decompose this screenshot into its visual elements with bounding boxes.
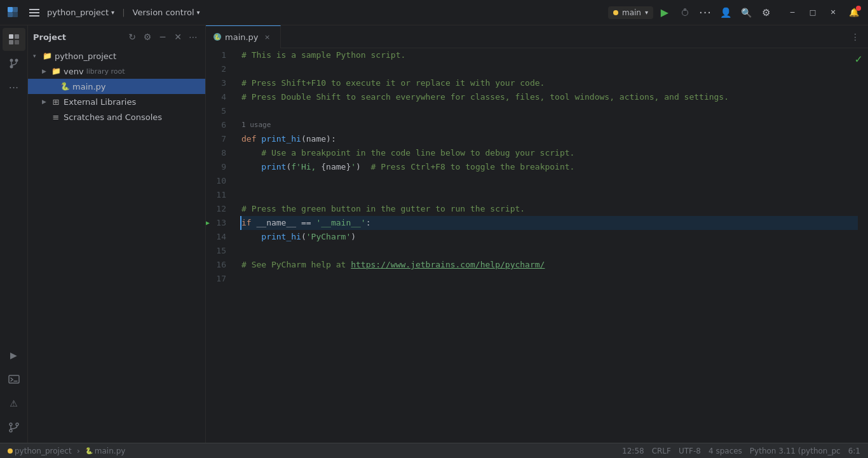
- usage-hint: 1 usage: [241, 118, 271, 132]
- status-line-col-label: 6:1: [848, 447, 860, 455]
- sync-icon[interactable]: ↻: [125, 30, 139, 44]
- code-indent-9: [241, 160, 261, 174]
- hamburger-menu[interactable]: [27, 6, 42, 19]
- user-profile-button[interactable]: 👤: [717, 4, 735, 22]
- line-num-4: 4: [206, 90, 231, 104]
- line-num-17: 17: [206, 272, 231, 286]
- status-project-item[interactable]: python_project: [5, 443, 74, 459]
- code-line-13: if __name__ == '__main__':: [240, 216, 858, 230]
- status-line-col[interactable]: 6:1: [846, 443, 863, 459]
- code-line-7: def print_hi(name):: [241, 132, 858, 146]
- status-right: 12:58 CRLF UTF-8 4 spaces Python 3.11 (p…: [620, 443, 863, 459]
- tree-arrow-root: ▾: [33, 53, 42, 59]
- version-control-btn[interactable]: Version control ▾: [133, 8, 200, 17]
- tab-python-icon: 🐍: [214, 33, 221, 41]
- app-icon[interactable]: [5, 4, 20, 20]
- svg-point-8: [10, 59, 13, 62]
- close-button[interactable]: ✕: [824, 4, 843, 22]
- activity-project-icon[interactable]: [3, 28, 25, 51]
- debug-button[interactable]: [676, 4, 694, 22]
- status-left: python_project › 🐍 main.py: [5, 443, 128, 459]
- code-line-1: # This is a sample Python script.: [241, 48, 858, 62]
- activity-terminal-icon[interactable]: [3, 368, 25, 391]
- code-comment-1: # This is a sample Python script.: [241, 48, 405, 62]
- tree-venv-item[interactable]: ▶ 📁 venv library root: [28, 64, 205, 79]
- line-num-13: ▶ 13: [206, 216, 231, 230]
- search-button[interactable]: 🔍: [737, 4, 755, 22]
- tab-main-py[interactable]: 🐍 main.py ×: [206, 25, 281, 48]
- status-time[interactable]: 12:58: [620, 443, 647, 459]
- status-encoding[interactable]: UTF-8: [676, 443, 703, 459]
- status-line-ending[interactable]: CRLF: [649, 443, 674, 459]
- maximize-button[interactable]: □: [803, 4, 822, 22]
- status-file-item[interactable]: 🐍 main.py: [83, 443, 128, 459]
- line-num-15: 15: [206, 244, 231, 258]
- code-line-17: [241, 272, 858, 286]
- line-num-9: 9: [206, 160, 231, 174]
- code-print-call: print: [261, 160, 286, 174]
- code-link[interactable]: https://www.jetbrains.com/help/pycharm/: [351, 258, 545, 272]
- run-button[interactable]: ▶: [656, 4, 674, 22]
- svg-rect-12: [9, 375, 19, 383]
- run-config-label: main: [622, 8, 641, 17]
- python-status-icon: 🐍: [85, 447, 93, 454]
- status-breadcrumb-sep: ›: [77, 446, 80, 455]
- run-config-selector[interactable]: main ▾: [608, 6, 653, 19]
- tab-more-button[interactable]: ⋮: [848, 29, 863, 44]
- window-controls: ─ □ ✕: [783, 4, 843, 22]
- tree-scratches[interactable]: ≡ Scratches and Consoles: [28, 109, 205, 125]
- libs-icon: ⊞: [51, 97, 61, 107]
- file-tree: ▾ 📁 python_project ▶ 📁 venv library root…: [28, 48, 205, 443]
- version-control-label: Version control: [133, 8, 194, 17]
- collapse-icon[interactable]: ─: [156, 30, 170, 44]
- svg-rect-0: [8, 7, 13, 12]
- more-sidebar-icon[interactable]: ⋯: [186, 30, 200, 44]
- minimize-button[interactable]: ─: [783, 4, 802, 22]
- activity-git-icon[interactable]: [3, 416, 25, 439]
- svg-point-9: [15, 59, 18, 62]
- code-eq: ==: [296, 216, 316, 230]
- tree-root-folder[interactable]: ▾ 📁 python_project: [28, 48, 205, 64]
- activity-vcs-icon[interactable]: [3, 52, 25, 75]
- notification-button[interactable]: 🔔: [845, 4, 863, 22]
- tab-actions: ⋮: [848, 29, 868, 44]
- code-line-5: [241, 104, 858, 118]
- close-sidebar-icon[interactable]: ✕: [171, 30, 185, 44]
- tab-close-button[interactable]: ×: [262, 32, 273, 42]
- status-interpreter-label: Python 3.11 (python_pc: [750, 447, 841, 455]
- gear-icon[interactable]: ⚙: [140, 30, 154, 44]
- code-editor[interactable]: # This is a sample Python script. # Pres…: [236, 48, 868, 443]
- activity-run-icon[interactable]: ▶: [3, 344, 25, 367]
- venv-label: venv: [64, 67, 84, 76]
- code-main-str: '__main__': [316, 216, 365, 230]
- status-indent[interactable]: 4 spaces: [706, 443, 745, 459]
- sidebar-actions: ↻ ⚙ ─ ✕ ⋯: [125, 30, 200, 44]
- title-bar-right: main ▾ ▶ ··· 👤 🔍 ⚙ ─ □: [608, 4, 863, 22]
- run-config-dot: [613, 10, 618, 15]
- tree-main-py[interactable]: 🐍 main.py: [28, 79, 205, 94]
- code-name-var: name: [326, 160, 346, 174]
- main-py-label: main.py: [72, 82, 106, 91]
- line-num-16: 16: [206, 258, 231, 272]
- editor-content[interactable]: 1 2 3 4 5 6 7 8 9 10 11 12 ▶ 13 14 15 16…: [206, 48, 868, 443]
- code-brace-1: {: [321, 160, 326, 174]
- line-numbers-gutter: 1 2 3 4 5 6 7 8 9 10 11 12 ▶ 13 14 15 16…: [206, 48, 236, 443]
- tree-arrow-libs: ▶: [42, 98, 51, 105]
- activity-more-icon[interactable]: ···: [3, 76, 25, 99]
- more-actions-button[interactable]: ···: [696, 4, 714, 22]
- svg-point-14: [10, 423, 12, 426]
- main-layout: ··· ▶ ⚠ Project ↻: [0, 25, 868, 443]
- status-crlf-label: CRLF: [652, 447, 671, 455]
- line-num-12: 12: [206, 202, 231, 216]
- tree-external-libs[interactable]: ▶ ⊞ External Libraries: [28, 94, 205, 109]
- tab-filename: main.py: [225, 32, 259, 42]
- project-name-btn[interactable]: python_project ▾: [47, 8, 114, 17]
- activity-problems-icon[interactable]: ⚠: [3, 392, 25, 415]
- code-dunder-name: __name__: [256, 216, 296, 230]
- line-num-2: 2: [206, 62, 231, 76]
- code-comment-8: # Use a breakpoint in the code line belo…: [241, 146, 574, 160]
- code-indent-14: [241, 230, 261, 244]
- settings-button[interactable]: ⚙: [757, 4, 775, 22]
- status-interpreter[interactable]: Python 3.11 (python_pc: [747, 443, 843, 459]
- root-folder-label: python_project: [55, 51, 116, 61]
